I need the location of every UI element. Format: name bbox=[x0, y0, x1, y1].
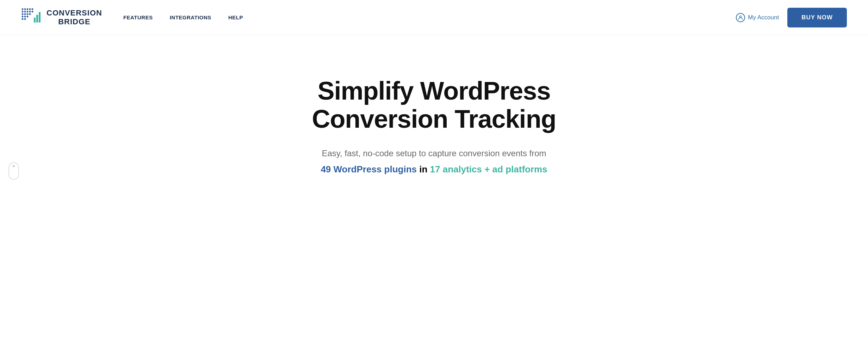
svg-point-7 bbox=[27, 11, 29, 13]
logo-icon bbox=[21, 8, 42, 27]
svg-point-6 bbox=[24, 11, 26, 13]
svg-point-9 bbox=[32, 11, 33, 13]
plugins-highlight: 49 WordPress plugins bbox=[321, 164, 417, 175]
scroll-indicator bbox=[8, 162, 19, 180]
svg-rect-20 bbox=[36, 15, 38, 23]
svg-point-3 bbox=[29, 8, 31, 10]
header-left: CONVERSION BRIDGE FEATURES INTEGRATIONS … bbox=[21, 8, 243, 27]
svg-rect-19 bbox=[34, 18, 36, 23]
hero-section: Simplify WordPress Conversion Tracking E… bbox=[0, 35, 868, 211]
svg-point-18 bbox=[24, 18, 26, 20]
conjunction: in bbox=[417, 164, 430, 175]
svg-point-15 bbox=[24, 16, 26, 18]
user-icon bbox=[738, 15, 743, 20]
svg-point-13 bbox=[29, 13, 31, 15]
platforms-highlight: 17 analytics + ad platforms bbox=[430, 164, 547, 175]
logo-conversion: CONVERSION bbox=[46, 9, 102, 17]
nav-integrations[interactable]: INTEGRATIONS bbox=[170, 14, 211, 20]
hero-highlights: 49 WordPress plugins in 17 analytics + a… bbox=[321, 163, 547, 176]
nav-features[interactable]: FEATURES bbox=[123, 14, 153, 20]
my-account-label: My Account bbox=[748, 14, 779, 21]
svg-point-2 bbox=[27, 8, 29, 10]
svg-point-12 bbox=[27, 13, 29, 15]
my-account-link[interactable]: My Account bbox=[736, 13, 779, 22]
svg-point-5 bbox=[22, 11, 24, 13]
header-right: My Account BUY NOW bbox=[736, 8, 847, 27]
logo-text: CONVERSION BRIDGE bbox=[46, 9, 102, 26]
header: CONVERSION BRIDGE FEATURES INTEGRATIONS … bbox=[0, 0, 868, 35]
buy-now-button[interactable]: BUY NOW bbox=[787, 8, 847, 27]
account-icon bbox=[736, 13, 745, 22]
main-nav: FEATURES INTEGRATIONS HELP bbox=[123, 14, 243, 20]
svg-point-11 bbox=[24, 13, 26, 15]
nav-help[interactable]: HELP bbox=[228, 14, 243, 20]
hero-subtitle: Easy, fast, no-code setup to capture con… bbox=[322, 147, 546, 160]
scroll-dot bbox=[13, 165, 15, 167]
svg-point-16 bbox=[27, 16, 29, 18]
hero-title: Simplify WordPress Conversion Tracking bbox=[275, 77, 593, 133]
svg-point-17 bbox=[22, 18, 24, 20]
svg-point-8 bbox=[29, 11, 31, 13]
svg-point-1 bbox=[24, 8, 26, 10]
logo-bridge: BRIDGE bbox=[46, 18, 102, 26]
svg-point-4 bbox=[32, 8, 33, 10]
logo-link[interactable]: CONVERSION BRIDGE bbox=[21, 8, 102, 27]
svg-point-14 bbox=[22, 16, 24, 18]
svg-point-10 bbox=[22, 13, 24, 15]
svg-point-0 bbox=[22, 8, 24, 10]
svg-rect-21 bbox=[39, 12, 41, 23]
